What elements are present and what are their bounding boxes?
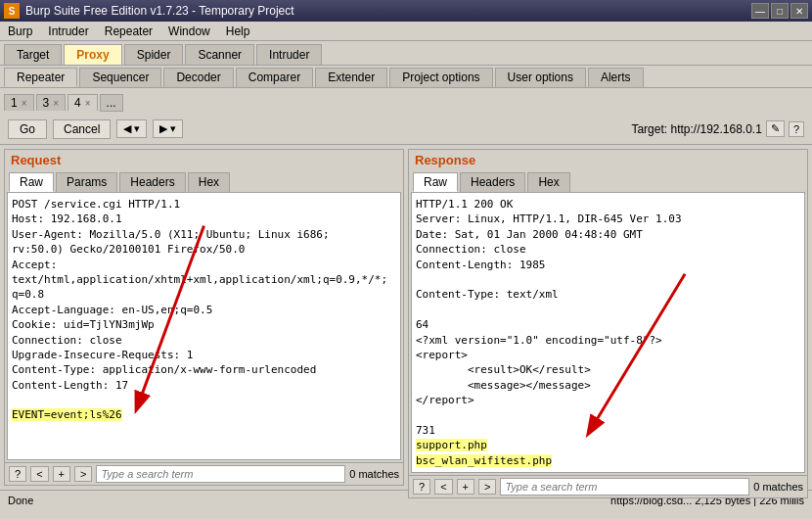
tab-sequencer[interactable]: Sequencer [79, 68, 161, 87]
target-info: Target: http://192.168.0.1 ✎ ? [631, 120, 804, 137]
request-tab-params[interactable]: Params [56, 172, 117, 192]
request-tab-bar: 1 × 3 × 4 × ... [0, 88, 812, 114]
back-button[interactable]: ◀ ▾ [116, 119, 147, 138]
request-search-input[interactable] [96, 465, 345, 483]
response-content[interactable]: HTTP/1.1 200 OK Server: Linux, HTTP/1.1,… [411, 192, 805, 473]
tab-scanner[interactable]: Scanner [185, 44, 254, 65]
tab-extender[interactable]: Extender [315, 68, 387, 87]
tab-alerts[interactable]: Alerts [588, 68, 644, 87]
tab-repeater[interactable]: Repeater [4, 68, 77, 87]
title-bar: S Burp Suite Free Edition v1.7.23 - Temp… [0, 0, 812, 22]
tab-spider[interactable]: Spider [124, 44, 184, 65]
forward-button[interactable]: ▶ ▾ [153, 119, 183, 138]
response-tabs: Raw Headers Hex [409, 170, 807, 192]
target-edit-button[interactable]: ✎ [766, 120, 785, 137]
target-help-button[interactable]: ? [789, 121, 804, 137]
menu-window[interactable]: Window [164, 24, 214, 39]
tab-project-options[interactable]: Project options [389, 68, 492, 87]
response-search-matches: 0 matches [753, 481, 803, 493]
request-search-bar: ? < + > 0 matches [5, 462, 403, 485]
tab-user-options[interactable]: User options [495, 68, 586, 87]
tab-comparer[interactable]: Comparer [236, 68, 313, 87]
target-label: Target: http://192.168.0.1 [631, 122, 761, 136]
request-header: Request [5, 150, 403, 170]
request-tabs: Raw Params Headers Hex [5, 170, 403, 192]
window-title: Burp Suite Free Edition v1.7.23 - Tempor… [25, 4, 294, 18]
request-search-help[interactable]: ? [9, 466, 26, 482]
request-tab-raw[interactable]: Raw [9, 172, 54, 192]
toolbar: Go Cancel ◀ ▾ ▶ ▾ Target: http://192.168… [0, 114, 812, 145]
request-tab-hex[interactable]: Hex [188, 172, 230, 192]
tab-proxy[interactable]: Proxy [64, 44, 121, 65]
req-tab-4[interactable]: 4 × [68, 94, 98, 111]
request-search-add[interactable]: + [53, 466, 70, 482]
request-panel: Request Raw Params Headers Hex POST /ser… [4, 149, 404, 486]
response-search-input[interactable] [500, 478, 749, 495]
tab-decoder[interactable]: Decoder [163, 68, 233, 87]
response-search-help[interactable]: ? [413, 479, 430, 495]
response-search-forward[interactable]: > [478, 479, 496, 495]
go-button[interactable]: Go [8, 119, 47, 139]
main-tab-bar: Target Proxy Spider Scanner Intruder [0, 41, 812, 66]
response-tab-headers[interactable]: Headers [460, 172, 525, 192]
status-left: Done [8, 495, 33, 506]
request-search-forward[interactable]: > [74, 466, 92, 482]
main-content: Request Raw Params Headers Hex POST /ser… [0, 145, 812, 490]
response-search-add[interactable]: + [457, 479, 474, 495]
request-content[interactable]: POST /service.cgi HTTP/1.1 Host: 192.168… [7, 192, 401, 460]
window-controls: — □ ✕ [751, 3, 808, 19]
menu-bar: Burp Intruder Repeater Window Help [0, 22, 812, 41]
request-panel-wrapper: Request Raw Params Headers Hex POST /ser… [4, 149, 404, 486]
request-tab-headers[interactable]: Headers [119, 172, 185, 192]
response-header: Response [409, 150, 807, 170]
close-req-3[interactable]: × [53, 98, 59, 109]
response-panel-wrapper: Response Raw Headers Hex HTTP/1.1 200 OK… [408, 149, 808, 486]
app-icon: S [4, 3, 20, 19]
req-tab-1[interactable]: 1 × [4, 94, 34, 111]
response-tab-raw[interactable]: Raw [413, 172, 458, 192]
minimize-button[interactable]: — [751, 3, 769, 19]
req-tab-more[interactable]: ... [100, 94, 123, 112]
maximize-button[interactable]: □ [771, 3, 789, 19]
response-tab-hex[interactable]: Hex [527, 172, 569, 192]
cancel-button[interactable]: Cancel [53, 119, 111, 139]
response-panel: Response Raw Headers Hex HTTP/1.1 200 OK… [408, 149, 808, 498]
req-tab-3[interactable]: 3 × [36, 94, 67, 111]
title-bar-left: S Burp Suite Free Edition v1.7.23 - Temp… [4, 3, 294, 19]
close-req-4[interactable]: × [85, 98, 91, 109]
request-text: POST /service.cgi HTTP/1.1 Host: 192.168… [12, 197, 396, 423]
close-button[interactable]: ✕ [790, 3, 808, 19]
menu-help[interactable]: Help [222, 24, 254, 39]
tab-intruder[interactable]: Intruder [256, 44, 322, 65]
response-search-back[interactable]: < [434, 479, 452, 495]
request-search-matches: 0 matches [349, 468, 399, 480]
request-search-back[interactable]: < [30, 466, 48, 482]
response-search-bar: ? < + > 0 matches [409, 475, 807, 497]
tab-target[interactable]: Target [4, 44, 62, 65]
menu-burp[interactable]: Burp [4, 24, 36, 39]
menu-repeater[interactable]: Repeater [101, 24, 157, 39]
menu-intruder[interactable]: Intruder [44, 24, 92, 39]
response-text: HTTP/1.1 200 OK Server: Linux, HTTP/1.1,… [416, 197, 800, 468]
close-req-1[interactable]: × [22, 98, 27, 109]
sub-tab-bar: Repeater Sequencer Decoder Comparer Exte… [0, 66, 812, 88]
